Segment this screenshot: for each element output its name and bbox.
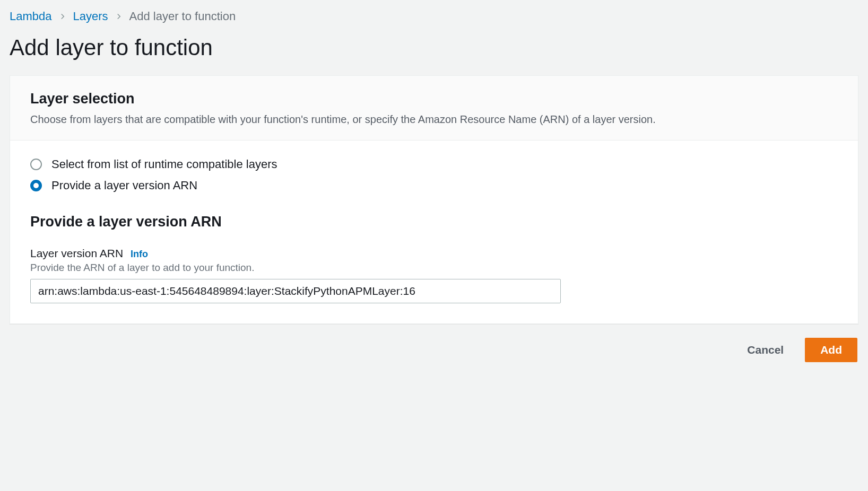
add-button[interactable]: Add: [805, 338, 857, 362]
breadcrumb-link-layers[interactable]: Layers: [73, 10, 108, 23]
breadcrumb-current: Add layer to function: [129, 10, 236, 23]
radio-checked-icon: [30, 180, 42, 191]
radio-group: Select from list of runtime compatible l…: [30, 157, 838, 192]
field-help: Provide the ARN of a layer to add to you…: [30, 262, 838, 274]
breadcrumb-link-lambda[interactable]: Lambda: [10, 10, 52, 23]
arn-field: Layer version ARN Info Provide the ARN o…: [30, 247, 838, 303]
radio-label: Select from list of runtime compatible l…: [51, 157, 277, 171]
page-title: Add layer to function: [10, 35, 858, 60]
panel-header: Layer selection Choose from layers that …: [10, 76, 858, 141]
field-label: Layer version ARN: [30, 247, 123, 260]
panel-title: Layer selection: [30, 91, 838, 107]
layer-selection-panel: Layer selection Choose from layers that …: [10, 75, 858, 324]
radio-option-provide-arn[interactable]: Provide a layer version ARN: [30, 179, 838, 192]
panel-description: Choose from layers that are compatible w…: [30, 111, 838, 127]
radio-option-select-from-list[interactable]: Select from list of runtime compatible l…: [30, 157, 838, 171]
section-heading: Provide a layer version ARN: [30, 214, 838, 230]
radio-label: Provide a layer version ARN: [51, 179, 197, 192]
button-row: Cancel Add: [10, 338, 858, 362]
cancel-button[interactable]: Cancel: [732, 338, 798, 362]
chevron-right-icon: [116, 13, 122, 20]
chevron-right-icon: [59, 13, 66, 20]
info-link[interactable]: Info: [131, 249, 148, 260]
panel-body: Select from list of runtime compatible l…: [10, 141, 858, 323]
radio-unchecked-icon: [30, 159, 42, 170]
arn-input[interactable]: [30, 279, 561, 303]
breadcrumb: Lambda Layers Add layer to function: [10, 10, 858, 23]
